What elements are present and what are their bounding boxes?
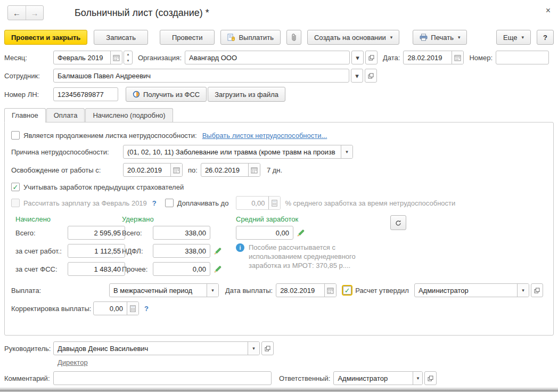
calc-salary-help-link[interactable]: ? bbox=[152, 199, 157, 207]
pay-up-to-field bbox=[236, 196, 281, 210]
manager-input[interactable] bbox=[54, 342, 248, 355]
month-calendar-button[interactable] bbox=[110, 51, 122, 64]
accrued-total-label: Всего: bbox=[15, 229, 64, 237]
release-days-label: 7 дн. bbox=[267, 166, 282, 174]
director-link[interactable]: Директор bbox=[58, 358, 88, 366]
pencil-icon bbox=[214, 265, 221, 273]
organization-dropdown-button[interactable]: ▾ bbox=[351, 51, 364, 64]
post-button[interactable]: Провести bbox=[160, 30, 215, 45]
chevron-down-icon: ▾ bbox=[521, 35, 524, 40]
tab-accrued-detail[interactable]: Начислено (подробно) bbox=[85, 108, 173, 122]
print-button[interactable]: Печать▾ bbox=[413, 30, 467, 45]
pay-up-to-checkbox[interactable] bbox=[165, 199, 174, 207]
organization-open-button[interactable] bbox=[365, 51, 378, 64]
release-from-calendar-button[interactable] bbox=[170, 164, 182, 176]
responsible-open-button[interactable] bbox=[424, 371, 437, 385]
employee-field bbox=[53, 69, 349, 83]
help-button[interactable]: ? bbox=[537, 30, 554, 45]
chevron-down-icon: ▾ bbox=[390, 35, 393, 40]
open-icon bbox=[534, 288, 540, 293]
release-to-input[interactable] bbox=[201, 164, 248, 176]
accrued-total-row: Всего: bbox=[15, 226, 125, 240]
correction-help-link[interactable]: ? bbox=[144, 305, 149, 313]
load-from-file-button[interactable]: Загрузить из файла bbox=[208, 87, 285, 102]
responsible-input[interactable] bbox=[334, 372, 413, 385]
edit-other-button[interactable] bbox=[214, 265, 221, 273]
employee-row: Сотрудник: ▾ bbox=[4, 69, 554, 83]
organization-input[interactable] bbox=[185, 51, 349, 64]
edit-average-button[interactable] bbox=[297, 229, 305, 237]
date-calendar-button[interactable] bbox=[452, 51, 463, 64]
create-based-on-label: Создать на основании bbox=[314, 34, 386, 42]
comment-input[interactable] bbox=[54, 372, 271, 385]
manager-dropdown-button[interactable]: ▾ bbox=[248, 342, 259, 355]
accrued-employer-input[interactable] bbox=[68, 244, 125, 257]
pay-date-calendar-button[interactable] bbox=[324, 284, 336, 297]
post-and-close-button[interactable]: Провести и закрыть bbox=[4, 30, 87, 45]
continuation-checkbox[interactable] bbox=[11, 131, 20, 140]
tab-main[interactable]: Главное bbox=[4, 108, 46, 122]
tab-payment[interactable]: Оплата bbox=[46, 108, 85, 122]
reason-dropdown-button[interactable]: ▾ bbox=[341, 145, 352, 158]
save-button[interactable]: Записать bbox=[94, 30, 148, 45]
close-icon[interactable]: × bbox=[546, 6, 551, 15]
employee-label: Сотрудник: bbox=[4, 72, 50, 80]
average-row bbox=[236, 226, 305, 240]
average-column: Средний заработок bbox=[236, 215, 298, 223]
release-from-input[interactable] bbox=[124, 164, 170, 176]
month-input[interactable] bbox=[54, 51, 110, 64]
month-stepper[interactable]: ▴▾ bbox=[124, 51, 133, 64]
calendar-icon bbox=[251, 167, 258, 174]
withheld-ndfl-input[interactable] bbox=[153, 244, 210, 257]
approved-checkbox[interactable]: ✓ bbox=[343, 286, 351, 295]
withheld-other-input[interactable] bbox=[153, 263, 210, 275]
prev-insurers-checkbox[interactable]: ✓ bbox=[11, 183, 20, 191]
employee-input[interactable] bbox=[54, 69, 349, 82]
manager-open-button[interactable] bbox=[261, 341, 274, 355]
forward-button[interactable]: → bbox=[26, 6, 43, 20]
reason-field: ▾ bbox=[123, 145, 353, 159]
chevron-down-icon: ▾ bbox=[211, 288, 214, 293]
responsible-dropdown-button[interactable]: ▾ bbox=[413, 372, 422, 385]
back-button[interactable]: ← bbox=[8, 6, 26, 20]
withheld-total-input[interactable] bbox=[153, 226, 210, 239]
calculator-icon bbox=[272, 200, 277, 207]
get-from-fss-button[interactable]: Получить из ФСС bbox=[126, 87, 207, 102]
open-icon bbox=[428, 375, 433, 381]
correction-calc-button[interactable] bbox=[127, 302, 138, 315]
employee-dropdown-button[interactable]: ▾ bbox=[351, 69, 363, 83]
prev-insurers-row: ✓ Учитывать заработок предыдущих страхов… bbox=[11, 183, 547, 191]
approved-by-input[interactable] bbox=[415, 284, 517, 297]
pay-date-label: Дата выплаты: bbox=[225, 287, 273, 295]
page-title: Больничный лист (создание) * bbox=[75, 7, 209, 19]
date-input[interactable] bbox=[404, 51, 452, 64]
create-based-on-button[interactable]: Создать на основании▾ bbox=[307, 30, 399, 45]
withheld-ndfl-label: НДФЛ: bbox=[122, 247, 150, 255]
payment-input[interactable] bbox=[110, 284, 207, 297]
ln-number-input[interactable] bbox=[54, 88, 118, 101]
window-bottom-edge bbox=[0, 388, 558, 392]
edit-ndfl-button[interactable] bbox=[214, 247, 221, 255]
accrued-total-input[interactable] bbox=[68, 226, 125, 239]
attachments-button[interactable] bbox=[286, 30, 301, 45]
average-input[interactable] bbox=[236, 226, 293, 239]
recalculate-button[interactable] bbox=[390, 215, 406, 230]
choose-sick-list-link[interactable]: Выбрать листок нетрудоспособности... bbox=[202, 132, 327, 140]
number-input[interactable] bbox=[496, 51, 548, 64]
fss-icon bbox=[133, 91, 140, 98]
employee-open-button[interactable] bbox=[365, 69, 377, 83]
titlebar: ← → Больничный лист (создание) * × bbox=[0, 0, 558, 20]
approved-by-open-button[interactable] bbox=[531, 283, 543, 297]
pay-date-input[interactable] bbox=[276, 284, 324, 297]
more-button[interactable]: Еще▾ bbox=[496, 30, 531, 45]
correction-input[interactable] bbox=[94, 302, 127, 315]
reason-input[interactable] bbox=[124, 145, 341, 158]
approved-by-dropdown-button[interactable]: ▾ bbox=[517, 284, 529, 297]
post-and-close-label: Провести и закрыть bbox=[11, 34, 80, 42]
release-to-calendar-button[interactable] bbox=[248, 164, 260, 176]
payment-dropdown-button[interactable]: ▾ bbox=[207, 284, 218, 297]
back-arrow-icon: ← bbox=[13, 9, 21, 18]
accrued-fss-input[interactable] bbox=[68, 263, 125, 275]
pay-button[interactable]: Выплатить bbox=[220, 30, 281, 45]
calendar-icon bbox=[454, 54, 461, 61]
